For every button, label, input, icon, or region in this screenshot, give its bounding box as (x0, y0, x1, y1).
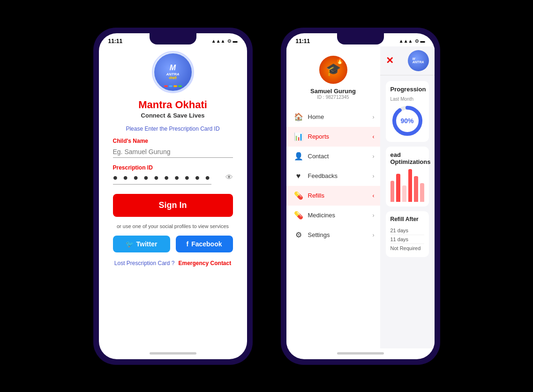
battery-icon-2: ▬ (420, 38, 425, 44)
refill-item-1: 21 days (390, 226, 424, 235)
panel-logo-text: MANTRA (413, 57, 424, 64)
sidebar-item-feedbacks[interactable]: ♥ Feedbacks › (286, 166, 380, 186)
medicines-icon: 💊 (294, 211, 303, 220)
optimizations-title: ead Optimizations (390, 151, 424, 165)
home-bar-1 (150, 352, 196, 355)
child-name-label: Child's Name (113, 138, 233, 144)
eye-icon[interactable]: 👁 (225, 173, 233, 182)
status-time-2: 11:11 (296, 38, 310, 44)
sidebar-item-medicines[interactable]: 💊 Medicines › (286, 206, 380, 225)
wifi-icon: ⊙ (227, 38, 231, 44)
bar-6 (420, 183, 424, 202)
refill-section: Refill After 21 days 11 days Not Require… (386, 211, 429, 257)
signal-icon: ▲▲▲ (211, 38, 225, 44)
social-buttons: 🐦 Twitter f Facebook (113, 236, 233, 252)
password-field[interactable]: ● ● ● ● ● ● ● ● ● ● (113, 171, 212, 185)
feedbacks-label: Feedbacks (308, 172, 338, 179)
sidebar: 🎓 🔥 Samuel Gurung ID : 982712345 🏠 Home … (286, 46, 380, 348)
optimizations-section: ead Optimizations (386, 147, 429, 207)
medicines-chevron: › (373, 212, 375, 219)
last-month-label: Last Month (390, 96, 424, 102)
app-title: Mantra Okhati (138, 99, 207, 111)
progress-circle: 90% (391, 104, 424, 137)
fire-icon: 🔥 (336, 57, 344, 64)
settings-icon: ⚙ (294, 230, 303, 240)
sidebar-item-reports[interactable]: 📊 Reports ‹ (286, 127, 380, 147)
bar-4 (408, 169, 413, 202)
refill-item-2: 11 days (390, 235, 424, 244)
status-icons-1: ▲▲▲ ⊙ ▬ (211, 38, 238, 44)
avatar-icon: 🎓 (326, 62, 341, 77)
twitter-label: Twitter (136, 240, 158, 248)
sidebar-item-contact[interactable]: 👤 Contact › (286, 147, 380, 166)
profile-name: Samuel Gurung (310, 88, 356, 95)
feedbacks-icon: ♥ (294, 171, 303, 181)
profile-section: 🎓 🔥 Samuel Gurung ID : 982712345 (286, 51, 380, 107)
twitter-icon: 🐦 (126, 240, 134, 248)
bar-5 (414, 176, 418, 202)
logo-text: M (170, 64, 176, 72)
main-panel: ✕ MANTRA Progression Last Month (380, 46, 435, 348)
emergency-contact-link[interactable]: Emergency Contact (179, 260, 232, 266)
twitter-button[interactable]: 🐦 Twitter (113, 236, 170, 252)
signin-button[interactable]: Sign In (113, 194, 233, 217)
home-icon: 🏠 (294, 112, 303, 122)
phone-notch (150, 33, 196, 44)
facebook-label: Facebook (191, 240, 222, 248)
social-hint: or use one of your social profiles to vi… (117, 223, 229, 229)
feedbacks-chevron: › (373, 173, 375, 179)
refill-title: Refill After (390, 216, 424, 222)
bar-1 (390, 181, 395, 202)
child-name-field-group: Child's Name (113, 138, 233, 158)
facebook-button[interactable]: f Facebook (176, 236, 233, 252)
sidebar-item-settings[interactable]: ⚙ Settings › (286, 225, 380, 245)
child-name-input[interactable] (113, 146, 233, 158)
phone-2: 11:11 ▲▲▲ ⊙ ▬ 🎓 🔥 Samuel Gurung (281, 28, 440, 365)
close-button[interactable]: ✕ (386, 55, 394, 66)
contact-label: Contact (308, 153, 329, 160)
phone-1: 11:11 ▲▲▲ ⊙ ▬ M ANTRA ओखती (93, 28, 253, 365)
panel-content: Progression Last Month 90% (380, 75, 435, 348)
medicines-label: Medicines (308, 212, 336, 219)
profile-id: ID : 982712345 (317, 95, 349, 100)
bottom-links: Lost Prescription Card ? Emergency Conta… (114, 260, 231, 266)
refills-chevron: ‹ (373, 192, 375, 199)
prescription-id-label: Prescription ID (113, 164, 233, 171)
refills-icon: 💊 (294, 191, 303, 200)
home-bar-2 (337, 352, 384, 355)
prescription-hint: Please Enter the Prescription Card ID (126, 126, 219, 132)
status-icons-2: ▲▲▲ ⊙ ▬ (399, 38, 425, 44)
progression-title: Progression (390, 86, 424, 93)
progression-section: Progression Last Month 90% (386, 81, 429, 142)
signal-icon-2: ▲▲▲ (399, 38, 413, 44)
sidebar-item-refills[interactable]: 💊 Refills ‹ (286, 186, 380, 206)
bar-chart (390, 169, 424, 202)
panel-logo: MANTRA (408, 50, 429, 71)
phone-notch-2 (337, 33, 384, 44)
app-subtitle: Connect & Save Lives (141, 112, 205, 119)
logo-mantra: ANTRA (166, 72, 180, 76)
app-logo: M ANTRA ओखती (152, 51, 194, 93)
contact-icon: 👤 (294, 152, 303, 161)
reports-icon: 📊 (294, 132, 303, 141)
progress-percent: 90% (400, 117, 413, 125)
home-chevron: › (373, 114, 375, 120)
wifi-icon-2: ⊙ (415, 38, 419, 44)
facebook-icon: f (186, 240, 188, 248)
bar-2 (396, 174, 400, 202)
panel-header: ✕ MANTRA (380, 46, 435, 75)
sidebar-item-home[interactable]: 🏠 Home › (286, 107, 380, 127)
lost-card-link[interactable]: Lost Prescription Card ? (114, 260, 175, 266)
optimizations-title-text: ead Optimizations (390, 151, 431, 165)
refill-item-3: Not Required (390, 244, 424, 252)
bar-3 (402, 185, 406, 202)
profile-avatar: 🎓 🔥 (319, 56, 347, 84)
prescription-id-field-group: Prescription ID ● ● ● ● ● ● ● ● ● ● 👁 (113, 164, 233, 183)
reports-chevron: ‹ (373, 133, 375, 140)
settings-chevron: › (373, 232, 375, 238)
contact-chevron: › (373, 153, 375, 160)
battery-icon: ▬ (233, 38, 238, 44)
status-time-1: 11:11 (108, 38, 123, 44)
settings-label: Settings (308, 231, 330, 238)
refills-label: Refills (308, 192, 324, 199)
